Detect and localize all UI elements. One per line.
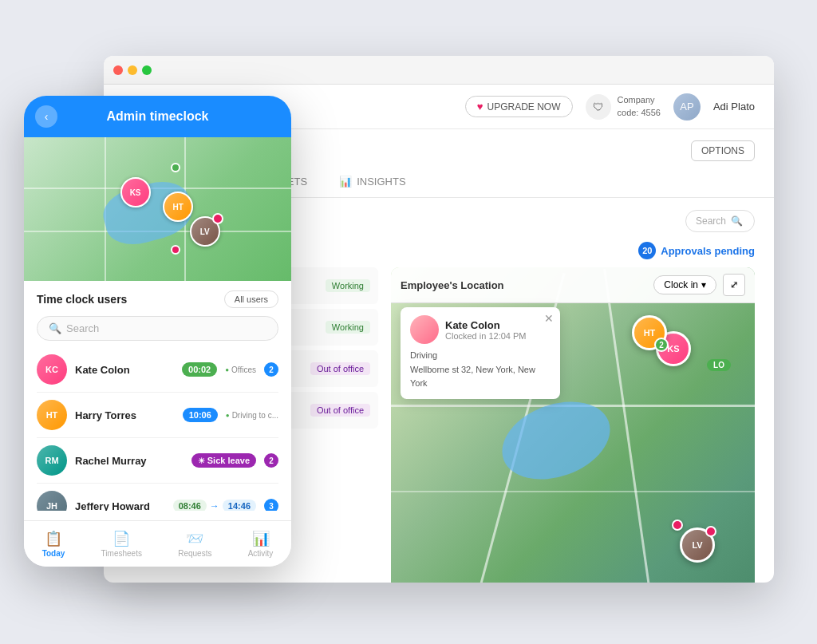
search-icon: 🔍 [49,322,61,334]
search-placeholder-text: Search [66,322,99,334]
mobile-content: Time clock users All users 🔍 Search KC K… [24,281,291,520]
all-users-button[interactable]: All users [224,290,278,308]
heart-icon: ♥ [477,101,483,113]
insights-tab-icon: 📊 [339,176,352,188]
maximize-button[interactable] [142,65,152,75]
timesheets-icon: 📄 [112,530,130,547]
arrow-icon: → [210,500,219,511]
nav-label-today: Today [42,549,65,558]
count-badge: 2 [264,453,278,468]
expand-map-button[interactable]: ⤢ [723,274,745,296]
kate-avatar [410,315,439,344]
time-range: 08:46 → 14:46 [173,500,256,511]
time-start: 08:46 [173,500,207,511]
kate-address: Wellborne st 32, New York, New York [410,363,551,391]
kate-status: Clocked in 12:04 PM [445,331,527,341]
nav-item-activity[interactable]: 📊 Activity [248,530,274,558]
mobile-header: ‹ Admin timeclock [24,96,291,137]
approvals-link[interactable]: Approvals pending [661,245,755,257]
tab-insights-label: INSIGHTS [357,176,405,188]
window-titlebar [104,56,774,85]
map-group-pin[interactable]: LV [680,527,715,563]
user-status-text: ●Offices [225,365,256,374]
avatar: RM [37,445,67,476]
map-pin-green-tag: LO [707,359,731,371]
upgrade-button[interactable]: ♥ UPGRADE NOW [465,96,573,117]
tab-insights[interactable]: 📊 INSIGHTS [323,168,421,197]
minimize-button[interactable] [128,65,137,75]
search-placeholder: Search [696,215,726,227]
avatar: HT [37,400,67,430]
list-item[interactable]: HT Harry Torres 10:06 ●Driving to c... [37,393,278,438]
feed-tag: Out of office [310,404,370,417]
close-button[interactable] [113,65,123,75]
user-list: KC Kate Colon 00:02 ●Offices 2 HT Harry … [37,347,278,511]
kate-activity: Driving [410,349,551,363]
user-name-header: Adi Plato [713,101,755,113]
mobile-map: KS HT LV [24,137,291,281]
map-pink-dot [171,245,180,255]
kate-details: Driving Wellborne st 32, New York, New Y… [410,349,551,391]
upgrade-label: UPGRADE NOW [487,101,561,113]
feed-tag: Working [326,279,370,292]
pin-dot [705,526,716,537]
requests-icon: 📨 [186,530,203,547]
traffic-lights [113,65,152,75]
mobile-bottom-nav: 📋 Today 📄 Timesheets 📨 Requests 📊 Activi… [24,520,291,567]
nav-label-timesheets: Timesheets [101,549,142,558]
nav-item-timesheets[interactable]: 📄 Timesheets [101,530,142,558]
user-name: Jeffery Howard [75,500,165,512]
status-chip: ☀Sick leave [191,453,256,468]
avatar: JH [37,491,67,511]
count-badge: 3 [264,499,278,511]
kate-location-popup: ✕ Kate Colon Clocked in 12:04 PM Driving… [401,307,560,399]
feed-tag: Working [326,321,370,334]
clock-in-button[interactable]: Clock in ▾ [653,275,716,294]
nav-label-activity: Activity [248,549,274,558]
list-item[interactable]: KC Kate Colon 00:02 ●Offices 2 [37,347,278,393]
mobile-app: ‹ Admin timeclock KS HT LV [24,96,291,567]
company-info: 🛡 Companycode: 4556 [586,94,661,120]
list-item[interactable]: JH Jeffery Howard 08:46 → 14:46 3 [37,484,278,511]
nav-item-today[interactable]: 📋 Today [42,530,65,558]
options-button[interactable]: OPTIONS [691,140,755,161]
header-right: ♥ UPGRADE NOW 🛡 Companycode: 4556 AP Adi… [465,93,755,121]
mobile-section-title: Time clock users [37,293,127,306]
mobile-back-button[interactable]: ‹ [35,105,57,128]
today-icon: 📋 [45,530,62,547]
shield-icon: 🛡 [586,94,611,120]
activity-icon: 📊 [252,530,270,547]
user-name: Harry Torres [75,409,175,421]
map-green-dot [171,163,180,172]
nav-item-requests[interactable]: 📨 Requests [178,530,211,558]
green-tag: LO [707,359,731,371]
map-road [391,491,755,492]
kate-popup-header: Kate Colon Clocked in 12:04 PM [410,315,551,344]
search-box[interactable]: Search 🔍 [685,210,755,232]
feed-tag: Out of office [310,362,370,375]
company-code: Companycode: 4556 [618,94,661,119]
map-avatar-pin-2[interactable]: HT [163,192,193,222]
mobile-search-box[interactable]: 🔍 Search [37,316,278,341]
user-status-text: ●Driving to c... [226,411,278,420]
map-pin[interactable]: HT 2 [632,315,667,350]
count-badge: 2 [264,362,278,377]
approvals-badge[interactable]: 20 Approvals pending [638,242,755,259]
list-item[interactable]: RM Rachel Murray ☀Sick leave 2 [37,438,278,484]
search-icon: 🔍 [731,215,743,227]
avatar: KC [37,354,67,385]
map-panel: Employee's Location Clock in ▾ ⤢ ✕ [391,267,755,583]
map-header-bar: Employee's Location Clock in ▾ ⤢ [391,267,755,303]
map-avatar-pin-1[interactable]: KS [120,177,151,207]
kate-name: Kate Colon [445,319,527,331]
user-name: Kate Colon [75,364,174,376]
user-avatar: AP [673,93,701,121]
user-name: Rachel Murray [75,455,184,467]
mobile-section-header: Time clock users All users [37,290,278,308]
close-popup-button[interactable]: ✕ [544,312,554,325]
status-chip: 00:02 [182,362,217,377]
map-title: Employee's Location [401,279,504,291]
mobile-title: Admin timeclock [106,109,208,124]
status-chip: 10:06 [183,408,218,422]
clock-in-chevron-icon: ▾ [701,279,706,290]
